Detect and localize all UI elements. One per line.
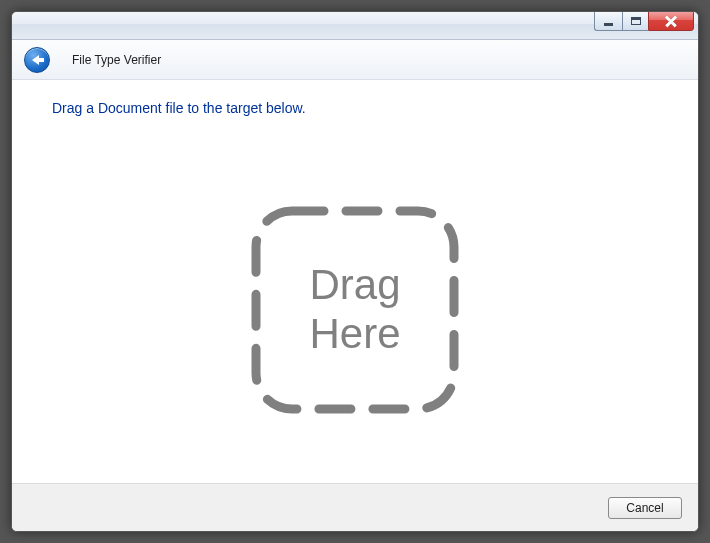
- footer-bar: Cancel: [12, 483, 698, 531]
- drop-target-label: Drag Here: [309, 261, 400, 358]
- wizard-window: File Type Verifier Drag a Document file …: [11, 11, 699, 532]
- wizard-header: File Type Verifier: [12, 40, 698, 80]
- window-controls: [594, 11, 694, 31]
- drop-target[interactable]: Drag Here: [250, 205, 460, 415]
- cancel-button[interactable]: Cancel: [608, 497, 682, 519]
- titlebar[interactable]: [12, 12, 698, 40]
- close-icon: [664, 15, 678, 27]
- page-title: File Type Verifier: [72, 53, 161, 67]
- drop-text-line1: Drag: [309, 261, 400, 308]
- back-arrow-icon: [32, 55, 39, 65]
- minimize-icon: [604, 23, 613, 26]
- content-area: Drag a Document file to the target below…: [12, 80, 698, 483]
- maximize-button[interactable]: [622, 11, 648, 31]
- instruction-text: Drag a Document file to the target below…: [52, 100, 658, 116]
- minimize-button[interactable]: [594, 11, 622, 31]
- close-button[interactable]: [648, 11, 694, 31]
- drop-text-line2: Here: [309, 310, 400, 357]
- back-button[interactable]: [24, 47, 50, 73]
- maximize-icon: [631, 17, 641, 25]
- drop-area: Drag Here: [52, 146, 658, 473]
